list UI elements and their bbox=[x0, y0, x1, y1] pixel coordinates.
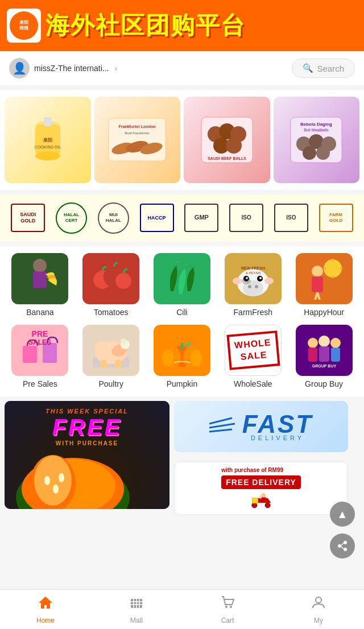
category-presales-label: Pre Sales bbox=[23, 379, 57, 388]
category-groupbuy-label: Group Buy bbox=[305, 379, 343, 388]
category-banana[interactable]: Banana bbox=[9, 253, 71, 317]
free-text: FREE bbox=[46, 415, 129, 440]
app-title: 海外社区团购平台 bbox=[46, 10, 246, 42]
product-card-sausage[interactable]: Frankfurter London Beef Frankfurter bbox=[94, 97, 181, 183]
svg-point-85 bbox=[53, 485, 59, 494]
svg-point-26 bbox=[316, 146, 330, 160]
svg-text:SAUDI BEEF BALLS: SAUDI BEEF BALLS bbox=[208, 156, 246, 160]
svg-point-45 bbox=[324, 259, 342, 278]
svg-text:Bebola Daging: Bebola Daging bbox=[300, 122, 332, 127]
svg-point-31 bbox=[115, 273, 131, 289]
category-row-1: Banana Tomatoes bbox=[5, 253, 359, 317]
banner-free-delivery[interactable]: with purchase of RM99 FREE DELIVERY bbox=[174, 461, 348, 515]
category-groupbuy[interactable]: GROUP BUY Group Buy bbox=[293, 325, 355, 388]
fast-text: FAST bbox=[242, 412, 313, 437]
category-poultry[interactable]: Poultry bbox=[80, 325, 142, 388]
category-wholesale[interactable]: WHOLESALE WholeSale bbox=[222, 325, 284, 388]
svg-point-86 bbox=[59, 473, 64, 482]
svg-point-38 bbox=[248, 285, 251, 288]
cert-halal-mui: MUIHALAL bbox=[98, 202, 129, 234]
svg-text:Beef Frankfurter: Beef Frankfurter bbox=[125, 131, 150, 135]
cert-gmp: GMP bbox=[184, 204, 218, 232]
svg-rect-94 bbox=[262, 497, 266, 502]
category-tomatoes[interactable]: Tomatoes bbox=[80, 253, 142, 317]
svg-text:泉阳: 泉阳 bbox=[43, 138, 52, 143]
svg-rect-28 bbox=[33, 271, 47, 288]
svg-text:SALES: SALES bbox=[28, 338, 51, 346]
svg-text:COOKING OIL: COOKING OIL bbox=[35, 145, 61, 149]
svg-rect-5 bbox=[44, 117, 52, 126]
svg-point-97 bbox=[338, 544, 341, 548]
cert-farm-gold: FARMGOLD bbox=[319, 204, 353, 232]
app-header: 泉阳商慨 海外社区团购平台 bbox=[0, 0, 364, 51]
search-label: Search bbox=[317, 64, 344, 73]
category-cili-label: Cili bbox=[176, 308, 187, 317]
svg-point-74 bbox=[318, 336, 330, 347]
products-banner-row: 泉阳 COOKING OIL Frankfurter London Beef F… bbox=[0, 90, 364, 190]
svg-rect-73 bbox=[308, 347, 317, 362]
svg-rect-77 bbox=[331, 347, 340, 362]
svg-text:PRE: PRE bbox=[32, 329, 48, 338]
user-info[interactable]: 👤 missZ-The internati... › bbox=[9, 58, 285, 78]
svg-point-40 bbox=[242, 278, 251, 284]
search-button[interactable]: 🔍 Search bbox=[292, 59, 355, 78]
search-icon: 🔍 bbox=[303, 63, 313, 73]
logo-box: 泉阳商慨 bbox=[7, 9, 41, 43]
category-farmfresh-label: FarmFresh bbox=[234, 308, 272, 317]
svg-text:Frankfurter London: Frankfurter London bbox=[119, 125, 156, 129]
search-row: 👤 missZ-The internati... › 🔍 Search bbox=[0, 51, 364, 85]
product-card-oil[interactable]: 泉阳 COOKING OIL bbox=[5, 97, 91, 183]
svg-point-69 bbox=[162, 350, 173, 367]
svg-point-91 bbox=[265, 502, 270, 507]
category-cili[interactable]: Cili bbox=[151, 253, 213, 317]
banner-fast-delivery[interactable]: FAST DELIVERY bbox=[174, 401, 348, 452]
user-name: missZ-The internati... bbox=[34, 64, 109, 73]
share-button[interactable] bbox=[330, 533, 355, 558]
svg-point-65 bbox=[121, 338, 126, 344]
svg-line-89 bbox=[209, 429, 232, 432]
svg-point-27 bbox=[33, 259, 47, 272]
svg-point-98 bbox=[344, 548, 347, 551]
svg-line-88 bbox=[209, 424, 235, 428]
svg-point-2 bbox=[35, 151, 60, 160]
cert-iso-1: ISO bbox=[229, 204, 263, 232]
svg-rect-95 bbox=[252, 498, 258, 503]
category-banana-label: Banana bbox=[26, 308, 53, 317]
category-pumpkin[interactable]: Pumpkin bbox=[151, 325, 213, 388]
cert-haccp: HACCP bbox=[140, 204, 174, 232]
category-happyhour[interactable]: HappyHour bbox=[293, 253, 355, 317]
week-special-text: THIS WEEK SPECIAL bbox=[46, 408, 129, 415]
svg-rect-60 bbox=[101, 360, 106, 369]
svg-point-50 bbox=[312, 266, 323, 277]
svg-point-84 bbox=[44, 476, 50, 485]
svg-rect-71 bbox=[181, 343, 183, 350]
category-pumpkin-label: Pumpkin bbox=[167, 379, 197, 388]
banners-section: THIS WEEK SPECIAL FREE WITH PURCHASE FAS… bbox=[0, 401, 364, 515]
svg-line-99 bbox=[341, 543, 344, 545]
svg-point-63 bbox=[95, 341, 106, 353]
svg-point-72 bbox=[308, 338, 318, 348]
product-card-meatballs[interactable]: Bebola Daging Buli Meatballs bbox=[274, 97, 360, 183]
category-farmfresh[interactable]: NEW FRESH & PETAM FarmFresh bbox=[222, 253, 284, 317]
svg-point-76 bbox=[330, 338, 341, 348]
svg-rect-51 bbox=[312, 276, 323, 292]
svg-point-41 bbox=[233, 278, 242, 284]
free-delivery-badge: FREE DELIVERY bbox=[221, 475, 301, 489]
svg-line-53 bbox=[317, 292, 320, 300]
svg-rect-61 bbox=[115, 360, 121, 369]
svg-text:NEW FRESH: NEW FRESH bbox=[241, 266, 265, 270]
category-presales[interactable]: PRE SALES Pre Sales bbox=[9, 325, 71, 388]
svg-rect-54 bbox=[23, 346, 37, 363]
svg-point-96 bbox=[344, 541, 347, 544]
svg-point-42 bbox=[264, 278, 274, 284]
cert-halal-1: HALALCERT bbox=[56, 202, 87, 234]
product-card-beefballs[interactable]: SAUDI BEEF BALLS bbox=[184, 97, 270, 183]
scroll-up-button[interactable]: ▲ bbox=[330, 502, 355, 527]
svg-point-17 bbox=[226, 138, 242, 154]
svg-text:& PETAM: & PETAM bbox=[246, 271, 260, 275]
category-poultry-label: Poultry bbox=[98, 379, 123, 388]
svg-point-25 bbox=[303, 146, 316, 160]
category-row-2: PRE SALES Pre Sales bbox=[5, 325, 359, 388]
banner-week-special[interactable]: THIS WEEK SPECIAL FREE WITH PURCHASE bbox=[5, 401, 169, 509]
avatar: 👤 bbox=[9, 58, 30, 78]
